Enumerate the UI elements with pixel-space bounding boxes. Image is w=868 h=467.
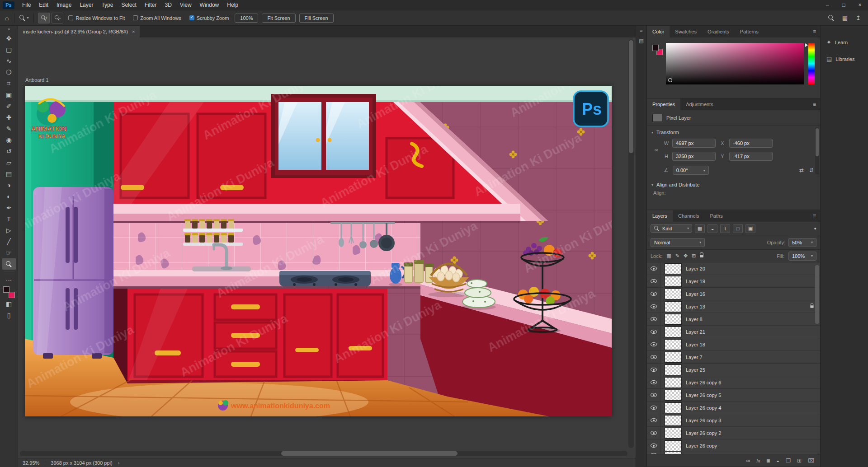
resize-windows-to-fit-checkbox[interactable]: Resize Windows to Fit xyxy=(68,15,125,21)
layer-thumbnail[interactable] xyxy=(665,289,682,299)
toolbar-collapse-icon[interactable]: » xyxy=(8,27,10,32)
tab-properties[interactable]: Properties xyxy=(647,98,680,110)
delete-layer-icon[interactable]: ⌧ xyxy=(808,458,814,464)
filter-adjustment-layers-icon[interactable]: ◒ xyxy=(708,224,717,233)
fill-screen-button[interactable]: Fill Screen xyxy=(299,14,334,23)
layer-row[interactable]: Layer 18 xyxy=(647,338,820,351)
pen-tool[interactable]: ✒ xyxy=(2,202,16,213)
current-tool-button[interactable]: ▾ xyxy=(18,15,30,21)
lock-image-pixels-icon[interactable]: ✎ xyxy=(675,253,679,259)
hue-slider[interactable] xyxy=(808,43,815,84)
path-selection-tool[interactable]: ▷ xyxy=(2,224,16,236)
visibility-toggle[interactable] xyxy=(647,414,660,426)
canvas-horizontal-scrollbar[interactable] xyxy=(20,451,627,456)
saturation-brightness-field[interactable] xyxy=(666,43,804,84)
tab-adjustments[interactable]: Adjustments xyxy=(680,98,719,110)
layer-row[interactable]: Layer 26 copy 2 xyxy=(647,427,820,439)
menu-window[interactable]: Window xyxy=(196,0,223,10)
flip-horizontal-icon[interactable]: ⇄ xyxy=(799,167,804,173)
zoom-all-windows-checkbox[interactable]: Zoom All Windows xyxy=(133,15,181,21)
filter-pixel-layers-icon[interactable]: ▦ xyxy=(695,224,705,233)
crop-tool[interactable]: ⌗ xyxy=(2,78,16,89)
menu-help[interactable]: Help xyxy=(223,0,242,10)
layer-thumbnail[interactable] xyxy=(665,415,682,426)
tab-paths[interactable]: Paths xyxy=(705,210,728,222)
type-tool[interactable]: T xyxy=(2,213,16,224)
layer-row[interactable]: Layer 25 xyxy=(647,364,820,376)
layer-thumbnail[interactable] xyxy=(665,452,682,454)
menu-image[interactable]: Image xyxy=(52,0,75,10)
width-field[interactable]: 4697 px xyxy=(672,139,716,148)
new-group-icon[interactable]: ❐ xyxy=(786,458,791,464)
layer-thumbnail[interactable] xyxy=(665,402,682,413)
visibility-toggle[interactable] xyxy=(647,326,660,338)
visibility-toggle[interactable] xyxy=(647,439,660,452)
canvas-vertical-scrollbar[interactable] xyxy=(628,39,634,448)
layer-thumbnail[interactable] xyxy=(665,276,682,287)
eraser-tool[interactable]: ▱ xyxy=(2,157,16,168)
history-brush-tool[interactable]: ↺ xyxy=(2,145,16,157)
visibility-toggle[interactable] xyxy=(647,402,660,414)
visibility-toggle[interactable] xyxy=(647,300,660,313)
layer-thumbnail[interactable] xyxy=(665,440,682,451)
checkbox-box[interactable] xyxy=(189,15,194,20)
minimize-button[interactable]: – xyxy=(819,0,835,10)
status-chevron-icon[interactable]: › xyxy=(118,460,120,466)
transform-section-header[interactable]: ▾ Transform xyxy=(647,126,820,138)
layer-row[interactable]: Layer 26 copy 3 xyxy=(647,414,820,427)
close-button[interactable]: × xyxy=(852,0,868,10)
menu-select[interactable]: Select xyxy=(117,0,140,10)
maximize-button[interactable]: □ xyxy=(835,0,852,10)
lock-artboard-icon[interactable]: ⊞ xyxy=(692,253,696,259)
collapsed-panel-icon[interactable]: ▤ xyxy=(639,38,643,44)
visibility-toggle[interactable] xyxy=(647,389,660,401)
shape-tool[interactable]: ╱ xyxy=(2,236,16,247)
layer-thumbnail[interactable] xyxy=(665,364,682,375)
artboard-label[interactable]: Artboard 1 xyxy=(25,77,48,83)
link-layers-icon[interactable]: ∞ xyxy=(746,458,750,464)
add-layer-mask-icon[interactable]: ◙ xyxy=(767,458,770,464)
panel-menu-icon[interactable]: ≡ xyxy=(809,98,820,110)
lock-position-icon[interactable]: ✥ xyxy=(684,253,688,259)
fit-screen-button[interactable]: Fit Screen xyxy=(262,14,295,23)
quick-selection-tool[interactable]: ❍ xyxy=(2,66,16,78)
layer-row-clipped[interactable] xyxy=(647,452,820,454)
clone-stamp-tool[interactable]: ◉ xyxy=(2,134,16,145)
blur-tool[interactable]: ◑ xyxy=(2,179,16,191)
layer-row[interactable]: Layer 19 xyxy=(647,275,820,288)
layer-row[interactable]: Layer 26 copy 5 xyxy=(647,389,820,402)
y-field[interactable]: -417 px xyxy=(729,152,773,161)
layer-row[interactable]: Layer 21 xyxy=(647,326,820,338)
filter-smart-objects-icon[interactable]: ▣ xyxy=(745,224,755,233)
panel-menu-icon[interactable]: ≡ xyxy=(809,210,820,222)
fill-dropdown[interactable]: 100% ▾ xyxy=(788,252,816,261)
filter-type-layers-icon[interactable]: T xyxy=(720,224,730,233)
workspace-grid-icon[interactable]: ▦ xyxy=(842,14,848,21)
new-adjustment-layer-icon[interactable]: ◒ xyxy=(776,458,779,464)
layer-thumbnail[interactable] xyxy=(665,390,682,401)
visibility-toggle[interactable] xyxy=(647,338,660,350)
quick-mask-button[interactable]: ◧ xyxy=(2,298,16,309)
color-picker-ring[interactable] xyxy=(668,78,672,82)
opacity-dropdown[interactable]: 50% ▾ xyxy=(788,238,816,247)
gradient-tool[interactable]: ▤ xyxy=(2,168,16,179)
visibility-toggle[interactable] xyxy=(647,313,660,325)
zoom-tool[interactable] xyxy=(2,258,16,270)
scrollbar-thumb[interactable] xyxy=(629,40,633,153)
tab-channels[interactable]: Channels xyxy=(673,210,704,222)
edit-toolbar-button[interactable]: … xyxy=(2,273,16,284)
layer-row[interactable]: Layer 26 copy 4 xyxy=(647,402,820,414)
brush-tool[interactable]: ✎ xyxy=(2,123,16,134)
expand-panels-icon[interactable]: « xyxy=(640,28,642,33)
tab-patterns[interactable]: Patterns xyxy=(735,26,764,37)
filter-kind-dropdown[interactable]: Kind ▾ xyxy=(651,224,692,233)
visibility-toggle[interactable] xyxy=(647,364,660,376)
flip-vertical-icon[interactable]: ⇵ xyxy=(809,167,814,173)
layer-style-icon[interactable]: fx xyxy=(756,458,760,463)
layer-thumbnail[interactable] xyxy=(665,314,682,325)
document-tab[interactable]: inside kichen-.psd @ 32.9% (Group 2, RGB… xyxy=(18,26,140,37)
layer-row[interactable]: Layer 20 xyxy=(647,262,820,275)
height-field[interactable]: 3250 px xyxy=(672,152,716,161)
zoom-out-button[interactable]: − xyxy=(52,13,63,23)
scrollbar-thumb[interactable] xyxy=(281,451,458,456)
